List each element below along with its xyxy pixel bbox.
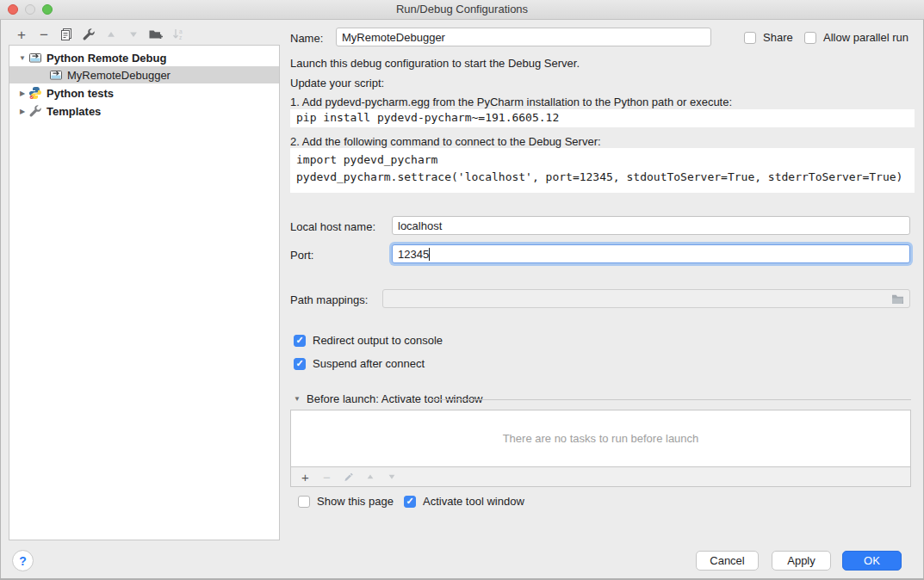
settrace-code-line1: import pydevd_pycharm — [296, 153, 437, 166]
before-launch-task-list: There are no tasks to run before launch … — [290, 410, 911, 487]
remove-configuration-icon[interactable]: − — [33, 25, 55, 44]
pip-install-code: pip install pydevd-pycharm~=191.6605.12 — [290, 109, 915, 127]
titlebar: Run/Debug Configurations — [0, 0, 924, 20]
configurations-tree: ▼ Python Remote Debug MyRemoteDebugger ▶… — [9, 45, 280, 540]
step1-text: 1. Add pydevd-pycharm.egg from the PyCha… — [290, 96, 732, 108]
remove-task-icon: − — [316, 468, 338, 485]
allow-parallel-run-label: Allow parallel run — [823, 31, 908, 44]
activate-tool-window-label: Activate tool window — [423, 495, 524, 508]
suspend-after-connect-checkbox-row: ✓ Suspend after connect — [294, 357, 425, 370]
move-task-down-icon — [381, 468, 402, 485]
apply-button[interactable]: Apply — [772, 551, 831, 571]
svg-text:a: a — [179, 28, 183, 34]
tree-item-templates[interactable]: ▶ Templates — [9, 102, 279, 120]
before-launch-divider — [431, 399, 911, 400]
suspend-after-connect-label: Suspend after connect — [313, 357, 425, 370]
path-mappings-input[interactable] — [382, 289, 910, 308]
activate-tool-window-checkbox[interactable]: ✓ — [404, 496, 416, 508]
step2-text: 2. Add the following command to connect … — [290, 135, 601, 148]
expand-arrow-icon[interactable]: ▶ — [16, 108, 28, 115]
copy-configuration-icon[interactable] — [55, 25, 78, 44]
expand-arrow-icon[interactable]: ▶ — [16, 89, 28, 97]
collapse-arrow-icon[interactable]: ▼ — [16, 54, 28, 62]
python-icon — [28, 86, 42, 100]
help-button[interactable]: ? — [12, 550, 34, 571]
path-mappings-label: Path mappings: — [290, 293, 368, 306]
cancel-button[interactable]: Cancel — [696, 551, 759, 571]
share-label: Share — [763, 31, 793, 44]
suspend-after-connect-checkbox[interactable]: ✓ — [294, 358, 306, 370]
tree-item-myremotedebugger[interactable]: MyRemoteDebugger — [9, 66, 279, 83]
update-script-text: Update your script: — [290, 77, 384, 89]
no-tasks-text: There are no tasks to run before launch — [291, 410, 910, 466]
before-launch-collapse-icon[interactable]: ▼ — [294, 395, 301, 403]
intro-text: Launch this debug configuration to start… — [290, 57, 580, 70]
help-question-icon: ? — [19, 554, 27, 568]
tree-item-label: Templates — [47, 105, 101, 118]
show-this-page-label: Show this page — [317, 495, 394, 508]
name-label: Name: — [290, 32, 323, 45]
sort-alphabetically-icon: az — [167, 25, 189, 44]
add-task-icon[interactable]: + — [295, 468, 316, 485]
move-task-up-icon — [359, 468, 381, 485]
settrace-code-line2: pydevd_pycharm.settrace('localhost', por… — [296, 170, 902, 183]
edit-task-icon — [338, 468, 359, 485]
show-this-page-checkbox-row: ✓ Show this page — [298, 495, 394, 508]
activate-tool-window-checkbox-row: ✓ Activate tool window — [404, 495, 524, 508]
text-caret — [429, 248, 430, 261]
new-folder-icon[interactable] — [145, 25, 167, 44]
wrench-icon — [28, 104, 42, 118]
share-checkbox[interactable]: ✓ — [744, 32, 756, 44]
share-checkbox-row: ✓ Share — [744, 31, 793, 44]
browse-folder-icon[interactable] — [891, 293, 904, 305]
remote-debug-config-icon — [28, 51, 42, 65]
redirect-output-checkbox[interactable]: ✓ — [294, 335, 306, 347]
tree-item-label: Python tests — [47, 87, 114, 100]
configurations-toolbar: + − az — [10, 25, 189, 44]
allow-parallel-run-checkbox[interactable]: ✓ — [804, 32, 816, 44]
run-debug-configurations-dialog: Run/Debug Configurations + − az ▼ Python… — [0, 0, 924, 580]
settrace-code: import pydevd_pycharmpydevd_pycharm.sett… — [290, 148, 915, 193]
port-label: Port: — [290, 249, 313, 262]
name-input[interactable] — [336, 28, 711, 46]
ok-button[interactable]: OK — [842, 551, 902, 571]
remote-debug-config-icon — [49, 68, 63, 82]
allow-parallel-run-checkbox-row: ✓ Allow parallel run — [804, 31, 908, 44]
port-input[interactable] — [392, 244, 910, 263]
window-title: Run/Debug Configurations — [0, 0, 924, 19]
tree-item-label: Python Remote Debug — [47, 52, 166, 65]
tree-item-label: MyRemoteDebugger — [67, 69, 171, 82]
svg-text:z: z — [179, 34, 182, 40]
redirect-output-checkbox-row: ✓ Redirect output to console — [294, 334, 443, 347]
redirect-output-label: Redirect output to console — [313, 334, 443, 347]
tree-item-python-tests[interactable]: ▶ Python tests — [9, 84, 279, 102]
before-launch-toolbar: + − — [291, 466, 910, 486]
local-host-name-input[interactable] — [392, 216, 910, 235]
edit-templates-wrench-icon[interactable] — [78, 25, 100, 44]
local-host-name-label: Local host name: — [290, 220, 375, 233]
move-down-icon — [122, 25, 145, 44]
show-this-page-checkbox[interactable]: ✓ — [298, 496, 310, 508]
tree-item-python-remote-debug[interactable]: ▼ Python Remote Debug — [9, 49, 279, 66]
add-configuration-icon[interactable]: + — [10, 25, 33, 44]
move-up-icon — [100, 25, 122, 44]
